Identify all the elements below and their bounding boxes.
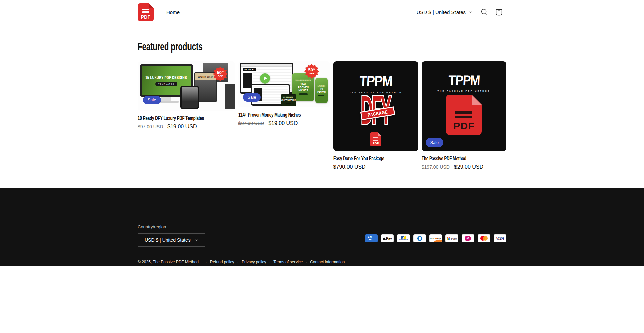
product-card: TPPM THE PASSIVE PDF METHOD DFY PACKAGE <box>333 61 418 170</box>
country-region-selector[interactable]: USD $ | United States <box>138 233 205 247</box>
main-content: Featured products WORK Book <box>0 41 644 170</box>
product-title-link[interactable]: 10 Ready DFY Luxury PDF Templates <box>138 115 235 122</box>
diners-club-icon <box>413 234 426 242</box>
country-region-value: USD $ | United States <box>145 237 191 243</box>
sale-badge: Sale <box>426 138 444 147</box>
nav-link-home[interactable]: Home <box>166 9 180 15</box>
google-pay-icon: Pay <box>445 234 458 242</box>
ideal-icon: iD <box>462 234 474 242</box>
product-card: WORK Book 15 LUXURY PDF DESIGNS TEMPLATE… <box>138 61 235 130</box>
sale-badge: Sale <box>243 93 261 102</box>
sale-price: $19.00 USD <box>167 124 197 130</box>
featured-products-heading: Featured products <box>138 41 506 52</box>
pdf-logo-icon: PDF <box>138 3 154 21</box>
guesswork-panel-art: ELIMINATE GUESSWORK <box>281 94 296 106</box>
sale-price: $29.00 USD <box>454 164 483 170</box>
payment-methods: AM EX Pay Bancontact DISC VER <box>365 234 506 242</box>
product-card: SCALE $10+ PER MONTH 114+ PROVEN NICHES … <box>238 61 330 126</box>
regular-price: $97.00 USD <box>238 121 264 126</box>
discover-icon: DISC VER <box>429 234 442 242</box>
price-row: $97.00 USD $19.00 USD <box>238 120 330 126</box>
price-row: $197.00 USD $29.00 USD <box>422 164 506 170</box>
product-title-link[interactable]: The Passive PDF Method <box>422 155 506 162</box>
amex-icon: AM EX <box>365 234 378 242</box>
product-title-link[interactable]: 114+ Proven Money Making Niches <box>238 112 330 118</box>
play-button-art <box>260 73 270 84</box>
tppm-logo: TPPM THE PASSIVE PDF METHOD <box>422 73 506 93</box>
currency-label: USD $ | United States <box>417 9 466 15</box>
sale-badge: Sale <box>143 96 161 104</box>
chevron-down-icon <box>195 239 198 241</box>
site-footer: Country/region USD $ | United States AM … <box>0 188 644 266</box>
regular-price: $197.00 USD <box>422 164 450 170</box>
pdf-icon-small: PDF <box>333 132 418 147</box>
regular-price: $790.00 USD <box>333 164 366 170</box>
svg-text:PDF: PDF <box>141 14 150 20</box>
svg-text:PDF: PDF <box>453 120 475 131</box>
apple-pay-icon: Pay <box>381 234 394 242</box>
svg-text:PDF: PDF <box>373 142 379 145</box>
copyright-text: © 2025, The Passive PDF Method <box>138 260 199 264</box>
footer-link-terms-of-service[interactable]: Terms of service <box>273 260 303 264</box>
phone-art <box>180 86 199 109</box>
faster-panel-art: LAUNCH 2X FASTER <box>315 78 328 103</box>
footer-link-contact-information[interactable]: Contact information <box>310 260 345 264</box>
footer-link-refund-policy[interactable]: Refund policy <box>210 260 234 264</box>
sale-price: $19.00 USD <box>268 120 298 126</box>
country-region-label: Country/region <box>138 224 205 229</box>
price-row: $790.00 USD <box>333 164 418 170</box>
footer-divider-band <box>0 188 644 205</box>
product-image-dfy-package[interactable]: TPPM THE PASSIVE PDF METHOD DFY PACKAGE <box>333 61 418 151</box>
product-grid: WORK Book 15 LUXURY PDF DESIGNS TEMPLATE… <box>138 61 506 170</box>
product-image-money-making-niches[interactable]: SCALE $10+ PER MONTH 114+ PROVEN NICHES … <box>238 61 330 107</box>
site-header: PDF Home USD $ | United States <box>0 0 644 24</box>
mastercard-icon <box>478 234 490 242</box>
product-image-passive-pdf-method[interactable]: TPPM THE PASSIVE PDF METHOD PDF Sale <box>422 61 506 151</box>
search-icon <box>480 8 489 16</box>
cart-icon <box>495 8 503 16</box>
product-image-dfy-luxury-templates[interactable]: WORK Book 15 LUXURY PDF DESIGNS TEMPLATE… <box>138 61 235 111</box>
country-region-block: Country/region USD $ | United States <box>138 224 205 247</box>
visa-icon: VISA <box>494 234 506 242</box>
pdf-icon-large: PDF <box>422 95 506 136</box>
product-title-link[interactable]: Easy Done-For-You Package <box>333 155 418 162</box>
search-button[interactable] <box>477 5 492 19</box>
monitor-stand-art <box>161 97 171 101</box>
price-row: $97.00 USD $19.00 USD <box>138 124 235 130</box>
store-logo[interactable]: PDF <box>138 3 154 21</box>
chevron-down-icon <box>469 11 472 13</box>
currency-selector[interactable]: USD $ | United States <box>417 9 472 15</box>
product-card: TPPM THE PASSIVE PDF METHOD PDF Sale <box>422 61 506 170</box>
cart-button[interactable] <box>492 5 506 19</box>
footer-legal-row: © 2025, The Passive PDF Method · Refund … <box>138 247 506 266</box>
footer-link-privacy-policy[interactable]: Privacy policy <box>241 260 266 264</box>
regular-price: $97.00 USD <box>138 124 163 129</box>
bancontact-icon: Bancontact <box>397 234 410 242</box>
